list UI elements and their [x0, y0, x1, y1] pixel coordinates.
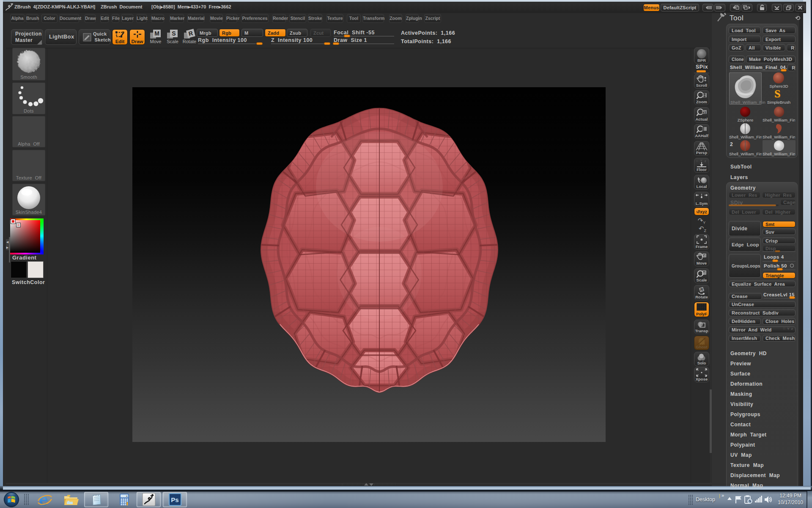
svg-text:L: L	[699, 179, 701, 181]
svg-text:R: R	[700, 287, 703, 292]
svg-text:∷: ∷	[696, 160, 698, 163]
svg-text:8: 8	[126, 495, 128, 498]
svg-text:z: z	[705, 160, 706, 163]
svg-text:x1: x1	[702, 110, 706, 114]
svg-text:Y: Y	[700, 159, 702, 162]
svg-text:e: e	[39, 493, 48, 507]
